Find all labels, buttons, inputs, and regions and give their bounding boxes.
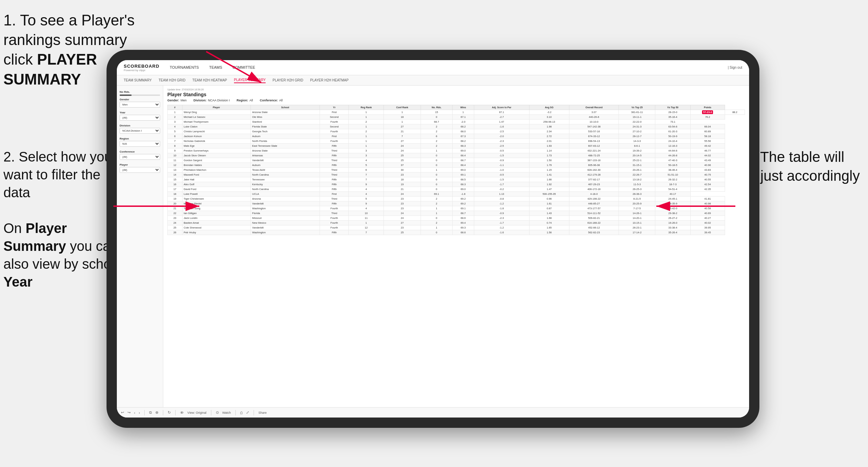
table-row[interactable]: 4Luke ClatonFlorida StateSecond127268.2-… bbox=[168, 124, 745, 129]
annotation-2-sub-pre: On bbox=[3, 221, 25, 236]
undo-icon[interactable]: ↩ bbox=[121, 410, 124, 415]
back-icon[interactable]: ‹ bbox=[134, 411, 135, 415]
paste-icon[interactable]: ⊕ bbox=[155, 410, 158, 415]
table-row[interactable]: 7Nicholas GabrelcikNorth FloridaFourth12… bbox=[168, 139, 745, 144]
nav-item-committee[interactable]: COMMITTEE bbox=[233, 64, 255, 71]
table-row[interactable]: 21Taehoon SongWashingtonFourth423169.1-1… bbox=[168, 206, 745, 211]
table-header-section: Update time: 27/03/2024 16:56:26 Player … bbox=[167, 88, 745, 102]
col-wins: Wins bbox=[452, 105, 474, 110]
col-school: School bbox=[251, 105, 320, 110]
sidebar-no-rds-slider[interactable] bbox=[120, 94, 160, 96]
table-row[interactable]: 17David FordNorth CarolinaFifth421069.0-… bbox=[168, 187, 745, 192]
toolbar-sep-5 bbox=[235, 410, 236, 415]
filter-gender: Gender: Men bbox=[167, 99, 187, 102]
watch-label[interactable]: Watch bbox=[222, 411, 231, 414]
table-row[interactable]: 8Mats EgeEast Tennessee StateFifth124268… bbox=[168, 144, 745, 148]
table-row[interactable]: 15Jake HallTennesseeFifth718068.5-1.51.6… bbox=[168, 177, 745, 182]
col-no-rds: No. Rds. bbox=[421, 105, 452, 110]
table-row[interactable]: 5Christo LamprechtGeorgia TechFourth2212… bbox=[168, 129, 745, 134]
table-title: Player Standings bbox=[167, 92, 745, 97]
toolbar-sep-2 bbox=[163, 410, 163, 415]
sidebar-filters: No Rds. Gender Men Year (All) Division N… bbox=[117, 86, 163, 407]
col-vs-top50: Vs Top 50 bbox=[655, 105, 690, 110]
nav-right[interactable]: | Sign out bbox=[728, 66, 742, 69]
sidebar-division-select[interactable]: NCAA Division I bbox=[120, 128, 160, 134]
tablet-screen: SCOREBOARD Powered by clippi TOURNAMENTS… bbox=[117, 60, 749, 418]
redo-icon[interactable]: ↪ bbox=[127, 410, 131, 415]
subnav-team-h2h-heatmap[interactable]: TEAM H2H HEATMAP bbox=[192, 78, 227, 83]
col-rank: # bbox=[168, 105, 182, 110]
sidebar-gender-label: Gender bbox=[120, 98, 160, 101]
filter-conference: Conference: All bbox=[260, 99, 283, 102]
sidebar-conference-select[interactable]: (All) bbox=[120, 154, 160, 160]
toolbar-sep-1 bbox=[144, 410, 145, 415]
nav-item-tournaments[interactable]: TOURNAMENTS bbox=[170, 64, 199, 71]
sub-nav: TEAM SUMMARY TEAM H2H GRID TEAM H2H HEAT… bbox=[117, 75, 749, 86]
col-conf-rank: Conf Rank bbox=[383, 105, 421, 110]
sidebar-conference-label: Conference bbox=[120, 150, 160, 153]
refresh-icon[interactable]: ↻ bbox=[168, 410, 171, 415]
table-row[interactable]: 26Petr HrubyWashingtonFifth725068.6-1.61… bbox=[168, 230, 745, 235]
table-row[interactable]: 13Phichakon MaichonTexas A&MThird630169.… bbox=[168, 168, 745, 173]
nav-item-teams[interactable]: TEAMS bbox=[209, 64, 222, 71]
expand-icon[interactable]: ⤢ bbox=[246, 410, 249, 415]
table-row[interactable]: 3Michael ThorbjornsenStanfordFourth2168.… bbox=[168, 120, 745, 124]
table-row[interactable]: 1Wenyi DingArizona StateFirst1115167.1-3… bbox=[168, 110, 745, 115]
share-label[interactable]: Share bbox=[258, 411, 267, 414]
subnav-player-h2h-grid[interactable]: PLAYER H2H GRID bbox=[272, 78, 303, 83]
subnav-player-summary[interactable]: PLAYER SUMMARY bbox=[234, 77, 266, 83]
annotation-3-text: 3. The table will adjust accordingly bbox=[744, 149, 860, 184]
eye-icon[interactable]: 👁 bbox=[180, 411, 184, 415]
col-avg-sg: Avg SG bbox=[529, 105, 569, 110]
col-reg-rank: Reg Rank bbox=[349, 105, 383, 110]
table-row[interactable]: 22Ian GilliganFloridaThird1024168.7-0.91… bbox=[168, 211, 745, 216]
col-points: Points bbox=[690, 105, 725, 110]
col-adj-score: Adj. Score to Par bbox=[474, 105, 529, 110]
annotation-3: 3. The table will adjust accordingly bbox=[744, 148, 861, 185]
tablet-frame: SCOREBOARD Powered by clippi TOURNAMENTS… bbox=[107, 50, 759, 428]
col-player: Player bbox=[182, 105, 251, 110]
logo-text: SCOREBOARD bbox=[124, 64, 159, 69]
sidebar-division-label: Division bbox=[120, 124, 160, 127]
table-row[interactable]: 24Bastien AmatNew MexicoFourth127269.4-1… bbox=[168, 221, 745, 225]
view-label[interactable]: View: Original bbox=[187, 411, 206, 414]
annotation-2-sub-bold2: Year bbox=[3, 274, 33, 289]
standings-table: # Player School Yr Reg Rank Conf Rank No… bbox=[167, 105, 745, 235]
annotation-2-text: 2. Select how you want to filter the dat… bbox=[3, 149, 112, 200]
subnav-team-h2h-grid[interactable]: TEAM H2H GRID bbox=[159, 78, 186, 83]
subnav-player-h2h-heatmap[interactable]: PLAYER H2H HEATMAP bbox=[310, 78, 349, 83]
table-row[interactable]: 19Tiger ChristensenArizonaThird523269.2-… bbox=[168, 197, 745, 201]
sidebar-year-label: Year bbox=[120, 111, 160, 114]
bottom-toolbar: ↩ ↪ ‹ › ⧉ ⊕ ↻ 👁 View: Original ⊙ Watch ⎙… bbox=[117, 407, 749, 418]
table-row[interactable]: 25Cole SherwoodVanderbiltFourth1223169.3… bbox=[168, 225, 745, 230]
table-header-row: # Player School Yr Reg Rank Conf Rank No… bbox=[168, 105, 745, 110]
sidebar-no-rds-label: No Rds. bbox=[120, 90, 160, 93]
table-row[interactable]: 14Maxwell FordNorth CarolinaThird723069.… bbox=[168, 173, 745, 177]
sidebar-gender-select[interactable]: Men bbox=[120, 102, 160, 108]
table-row[interactable]: 6Jackson KoivunAuburnFirst17667.3-2.02.7… bbox=[168, 134, 745, 139]
top-nav: SCOREBOARD Powered by clippi TOURNAMENTS… bbox=[117, 60, 749, 75]
table-row[interactable]: 20Matthew RiedelVanderbiltFifth923269.2-… bbox=[168, 201, 745, 206]
print-icon[interactable]: ⎙ bbox=[240, 411, 243, 415]
forward-icon[interactable]: › bbox=[139, 411, 140, 415]
sidebar-region-select[interactable]: N/A bbox=[120, 141, 160, 147]
table-area: Update time: 27/03/2024 16:56:26 Player … bbox=[163, 86, 749, 407]
table-row[interactable]: 18Luke PowellUCLAFirst42469.1-1.81.13500… bbox=[168, 192, 745, 197]
sidebar-region-label: Region bbox=[120, 137, 160, 140]
table-row[interactable]: 23Jack LundinMissouriFourth1124068.6-2.3… bbox=[168, 216, 745, 221]
watch-icon[interactable]: ⊙ bbox=[216, 410, 219, 415]
copy-icon[interactable]: ⧉ bbox=[149, 410, 152, 415]
table-row[interactable]: 11Gordon SargentVanderbiltThird425068.7-… bbox=[168, 158, 745, 163]
table-row[interactable]: 9Preston SummerhaysArizona StateThird324… bbox=[168, 148, 745, 153]
subnav-team-summary[interactable]: TEAM SUMMARY bbox=[124, 78, 152, 83]
toolbar-sep-4 bbox=[211, 410, 211, 415]
sidebar-year-select[interactable]: (All) bbox=[120, 115, 160, 121]
table-row[interactable]: 16Alex GoffKentuckyFifth919068.3-1.71.92… bbox=[168, 182, 745, 187]
update-time: Update time: 27/03/2024 16:56:26 bbox=[167, 88, 745, 91]
table-row[interactable]: 12Brendan ValdesAuburnFifth537068.4-1.11… bbox=[168, 163, 745, 168]
filter-region: Region: All bbox=[237, 99, 253, 102]
toolbar-sep-3 bbox=[175, 410, 176, 415]
sidebar-player-select[interactable]: (All) bbox=[120, 167, 160, 173]
table-row[interactable]: 2Michael Le SassexOle MissSecond118067.1… bbox=[168, 115, 745, 120]
table-row[interactable]: 10Jacob Skov OlesenArkansasFifth325068.4… bbox=[168, 153, 745, 158]
